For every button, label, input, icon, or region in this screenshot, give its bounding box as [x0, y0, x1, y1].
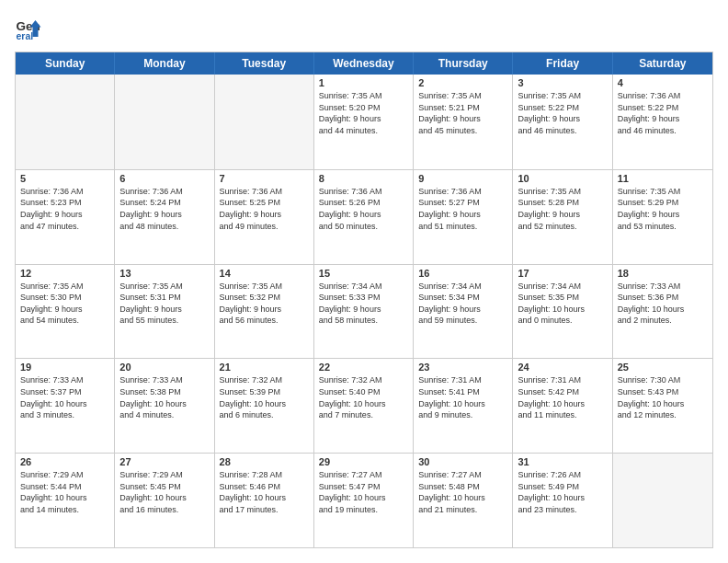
logo-icon: Gen eral	[15, 15, 42, 42]
calendar-cell: 7Sunrise: 7:36 AM Sunset: 5:25 PM Daylig…	[215, 170, 314, 264]
day-info: Sunrise: 7:27 AM Sunset: 5:48 PM Dayligh…	[418, 469, 507, 515]
day-number: 9	[418, 173, 507, 184]
day-info: Sunrise: 7:36 AM Sunset: 5:27 PM Dayligh…	[418, 186, 507, 232]
calendar-cell: 21Sunrise: 7:32 AM Sunset: 5:39 PM Dayli…	[215, 359, 314, 453]
day-info: Sunrise: 7:36 AM Sunset: 5:26 PM Dayligh…	[319, 186, 408, 232]
calendar-cell: 10Sunrise: 7:35 AM Sunset: 5:28 PM Dayli…	[513, 170, 612, 264]
day-number: 8	[319, 173, 408, 184]
day-info: Sunrise: 7:29 AM Sunset: 5:45 PM Dayligh…	[119, 469, 209, 515]
day-number: 19	[20, 362, 109, 373]
day-info: Sunrise: 7:34 AM Sunset: 5:33 PM Dayligh…	[319, 281, 408, 327]
calendar-cell: 9Sunrise: 7:36 AM Sunset: 5:27 PM Daylig…	[414, 170, 513, 264]
day-info: Sunrise: 7:35 AM Sunset: 5:30 PM Dayligh…	[20, 281, 109, 327]
weekday-header: Saturday	[613, 52, 712, 75]
day-info: Sunrise: 7:35 AM Sunset: 5:29 PM Dayligh…	[618, 186, 708, 232]
day-info: Sunrise: 7:36 AM Sunset: 5:24 PM Dayligh…	[119, 186, 209, 232]
weekday-header: Thursday	[414, 52, 513, 75]
day-info: Sunrise: 7:34 AM Sunset: 5:35 PM Dayligh…	[518, 281, 607, 327]
calendar-cell: 8Sunrise: 7:36 AM Sunset: 5:26 PM Daylig…	[314, 170, 414, 264]
calendar-cell: 28Sunrise: 7:28 AM Sunset: 5:46 PM Dayli…	[215, 454, 314, 547]
weekday-header: Wednesday	[314, 52, 414, 75]
day-number: 31	[518, 456, 607, 467]
day-number: 4	[618, 77, 708, 88]
calendar-cell: 1Sunrise: 7:35 AM Sunset: 5:20 PM Daylig…	[314, 75, 414, 169]
calendar-row: 1Sunrise: 7:35 AM Sunset: 5:20 PM Daylig…	[16, 75, 712, 169]
day-number: 3	[518, 77, 607, 88]
calendar-cell: 22Sunrise: 7:32 AM Sunset: 5:40 PM Dayli…	[314, 359, 414, 453]
calendar-cell: 29Sunrise: 7:27 AM Sunset: 5:47 PM Dayli…	[314, 454, 414, 547]
day-info: Sunrise: 7:36 AM Sunset: 5:22 PM Dayligh…	[618, 90, 708, 136]
day-number: 29	[319, 456, 408, 467]
calendar-cell	[613, 454, 712, 547]
calendar-row: 12Sunrise: 7:35 AM Sunset: 5:30 PM Dayli…	[16, 264, 712, 359]
calendar-cell: 3Sunrise: 7:35 AM Sunset: 5:22 PM Daylig…	[513, 75, 612, 169]
day-number: 24	[518, 362, 607, 373]
day-info: Sunrise: 7:33 AM Sunset: 5:38 PM Dayligh…	[119, 374, 209, 420]
page: Gen eral SundayMondayTuesdayWednesdayThu…	[0, 0, 728, 563]
weekday-header: Friday	[513, 52, 612, 75]
day-number: 25	[618, 362, 708, 373]
day-number: 6	[119, 173, 209, 184]
day-info: Sunrise: 7:35 AM Sunset: 5:20 PM Dayligh…	[319, 90, 408, 136]
header: Gen eral	[15, 15, 713, 42]
day-number: 23	[418, 362, 507, 373]
day-number: 20	[119, 362, 209, 373]
calendar-cell: 20Sunrise: 7:33 AM Sunset: 5:38 PM Dayli…	[115, 359, 214, 453]
day-info: Sunrise: 7:32 AM Sunset: 5:39 PM Dayligh…	[220, 374, 309, 420]
calendar-cell: 17Sunrise: 7:34 AM Sunset: 5:35 PM Dayli…	[513, 265, 612, 359]
svg-text:eral: eral	[17, 30, 34, 41]
calendar-cell: 26Sunrise: 7:29 AM Sunset: 5:44 PM Dayli…	[16, 454, 115, 547]
day-number: 14	[220, 268, 309, 279]
day-number: 18	[618, 268, 708, 279]
calendar-cell: 31Sunrise: 7:26 AM Sunset: 5:49 PM Dayli…	[513, 454, 612, 547]
calendar-cell: 2Sunrise: 7:35 AM Sunset: 5:21 PM Daylig…	[414, 75, 513, 169]
day-number: 5	[20, 173, 109, 184]
day-number: 15	[319, 268, 408, 279]
calendar-header: SundayMondayTuesdayWednesdayThursdayFrid…	[16, 52, 712, 75]
calendar-cell	[215, 75, 314, 169]
calendar: SundayMondayTuesdayWednesdayThursdayFrid…	[15, 52, 713, 548]
logo: Gen eral	[15, 15, 48, 42]
day-info: Sunrise: 7:36 AM Sunset: 5:23 PM Dayligh…	[20, 186, 109, 232]
day-number: 16	[418, 268, 507, 279]
calendar-cell	[16, 75, 115, 169]
calendar-cell: 4Sunrise: 7:36 AM Sunset: 5:22 PM Daylig…	[613, 75, 712, 169]
calendar-cell: 18Sunrise: 7:33 AM Sunset: 5:36 PM Dayli…	[613, 265, 712, 359]
day-info: Sunrise: 7:35 AM Sunset: 5:28 PM Dayligh…	[518, 186, 607, 232]
day-number: 2	[418, 77, 507, 88]
calendar-cell: 12Sunrise: 7:35 AM Sunset: 5:30 PM Dayli…	[16, 265, 115, 359]
calendar-cell: 30Sunrise: 7:27 AM Sunset: 5:48 PM Dayli…	[414, 454, 513, 547]
calendar-body: 1Sunrise: 7:35 AM Sunset: 5:20 PM Daylig…	[16, 75, 712, 547]
day-info: Sunrise: 7:33 AM Sunset: 5:37 PM Dayligh…	[20, 374, 109, 420]
day-number: 13	[119, 268, 209, 279]
day-number: 10	[518, 173, 607, 184]
day-number: 1	[319, 77, 408, 88]
day-info: Sunrise: 7:35 AM Sunset: 5:32 PM Dayligh…	[220, 281, 309, 327]
day-info: Sunrise: 7:30 AM Sunset: 5:43 PM Dayligh…	[618, 374, 708, 420]
day-info: Sunrise: 7:36 AM Sunset: 5:25 PM Dayligh…	[220, 186, 309, 232]
calendar-row: 5Sunrise: 7:36 AM Sunset: 5:23 PM Daylig…	[16, 169, 712, 264]
day-info: Sunrise: 7:27 AM Sunset: 5:47 PM Dayligh…	[319, 469, 408, 515]
calendar-cell: 23Sunrise: 7:31 AM Sunset: 5:41 PM Dayli…	[414, 359, 513, 453]
calendar-cell: 15Sunrise: 7:34 AM Sunset: 5:33 PM Dayli…	[314, 265, 414, 359]
calendar-cell: 6Sunrise: 7:36 AM Sunset: 5:24 PM Daylig…	[115, 170, 214, 264]
day-number: 17	[518, 268, 607, 279]
day-info: Sunrise: 7:35 AM Sunset: 5:22 PM Dayligh…	[518, 90, 607, 136]
calendar-cell: 11Sunrise: 7:35 AM Sunset: 5:29 PM Dayli…	[613, 170, 712, 264]
day-info: Sunrise: 7:33 AM Sunset: 5:36 PM Dayligh…	[618, 281, 708, 327]
day-number: 22	[319, 362, 408, 373]
calendar-cell: 24Sunrise: 7:31 AM Sunset: 5:42 PM Dayli…	[513, 359, 612, 453]
calendar-cell: 27Sunrise: 7:29 AM Sunset: 5:45 PM Dayli…	[115, 454, 214, 547]
weekday-header: Tuesday	[215, 52, 314, 75]
day-info: Sunrise: 7:29 AM Sunset: 5:44 PM Dayligh…	[20, 469, 109, 515]
calendar-row: 19Sunrise: 7:33 AM Sunset: 5:37 PM Dayli…	[16, 358, 712, 453]
day-info: Sunrise: 7:35 AM Sunset: 5:21 PM Dayligh…	[418, 90, 507, 136]
day-number: 21	[220, 362, 309, 373]
weekday-header: Monday	[115, 52, 214, 75]
day-info: Sunrise: 7:31 AM Sunset: 5:42 PM Dayligh…	[518, 374, 607, 420]
calendar-cell: 19Sunrise: 7:33 AM Sunset: 5:37 PM Dayli…	[16, 359, 115, 453]
day-number: 7	[220, 173, 309, 184]
day-number: 11	[618, 173, 708, 184]
calendar-cell: 13Sunrise: 7:35 AM Sunset: 5:31 PM Dayli…	[115, 265, 214, 359]
day-info: Sunrise: 7:31 AM Sunset: 5:41 PM Dayligh…	[418, 374, 507, 420]
